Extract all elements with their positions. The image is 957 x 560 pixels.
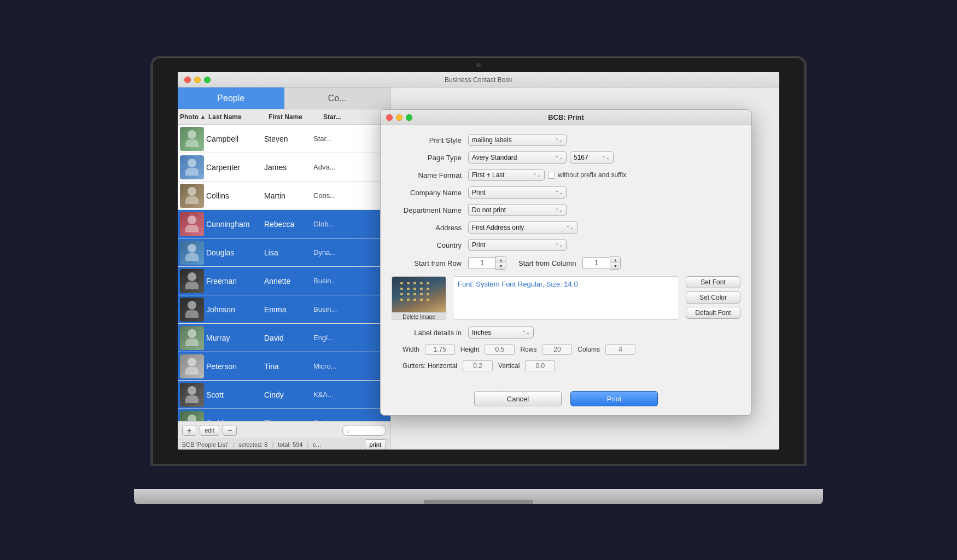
table-row[interactable]: Douglas Lisa Dyna...	[178, 238, 390, 267]
start-row-input[interactable]	[468, 257, 495, 269]
width-input[interactable]	[425, 344, 455, 355]
col-header-first-name[interactable]: First Name	[269, 113, 323, 121]
table-row[interactable]: Johnson Emma Busin...	[178, 295, 390, 324]
tab-people[interactable]: People	[178, 88, 284, 109]
company: Engi...	[313, 419, 388, 421]
width-label: Width	[402, 346, 419, 353]
set-color-button[interactable]: Set Color	[686, 291, 740, 304]
print-style-controls: mailing labels ⌃⌄	[468, 134, 740, 146]
columns-input[interactable]	[605, 344, 635, 355]
start-col-spinbox: ▲ ▼	[582, 256, 621, 270]
name-format-select[interactable]: First + Last ⌃⌄	[468, 169, 545, 181]
traffic-lights	[184, 77, 211, 83]
last-name: Campbell	[206, 135, 264, 143]
print-style-row: Print Style mailing labels ⌃⌄	[392, 134, 740, 146]
font-image-section: Delete Image Font: System Font Regular, …	[392, 276, 740, 320]
chevron-up-down-icon: ⌃⌄	[555, 138, 563, 143]
set-font-button[interactable]: Set Font	[686, 276, 740, 288]
prefix-suffix-checkbox[interactable]	[548, 172, 555, 179]
page-type-select[interactable]: Avery Standard ⌃⌄	[468, 151, 567, 164]
first-name: Cindy	[264, 390, 313, 399]
country-select[interactable]: Print ⌃⌄	[468, 239, 567, 251]
search-box[interactable]: ⌕	[342, 425, 386, 436]
first-name: Lisa	[264, 248, 313, 257]
first-name: Steven	[264, 135, 313, 143]
last-name: Johnson	[206, 305, 264, 314]
print-status-button[interactable]: print	[365, 439, 386, 450]
address-row: Address First Address only ⌃⌄	[392, 221, 740, 234]
label-image-box: Delete Image	[392, 276, 446, 320]
last-name: Murray	[206, 334, 264, 342]
dialog-minimize-button	[396, 114, 402, 121]
prefix-suffix-label: without prefix and suffix	[558, 171, 626, 179]
table-row[interactable]: Smith Thomas Engi...	[178, 409, 390, 421]
table-row[interactable]: Carpenter James Adva...	[178, 153, 390, 182]
dept-name-controls: Do not print ⌃⌄	[468, 204, 740, 216]
height-input[interactable]	[485, 344, 515, 355]
avatar	[180, 298, 204, 322]
table-row[interactable]: Peterson Tina Micro...	[178, 352, 390, 381]
status-bar: BCB 'People List' | selected: 8 | total:…	[178, 439, 390, 450]
print-button[interactable]: Print	[570, 391, 658, 406]
chevron-up-down-icon: ⌃⌄	[602, 155, 610, 160]
app-title-bar: Business Contact Book	[178, 72, 779, 88]
last-name: Carpenter	[206, 163, 264, 172]
table-row[interactable]: Campbell Steven Star...	[178, 125, 390, 153]
start-row-down[interactable]: ▼	[496, 263, 506, 269]
avatar	[180, 184, 204, 208]
delete-image-button[interactable]: Delete Image	[392, 312, 446, 320]
name-format-controls: First + Last ⌃⌄ without prefix and suffi…	[468, 169, 740, 181]
gutters-h-label: Gutters: Horizontal	[402, 362, 457, 370]
start-col-down[interactable]: ▼	[610, 263, 620, 269]
prefix-suffix-option[interactable]: without prefix and suffix	[548, 171, 626, 179]
col-header-last-name[interactable]: Last Name	[208, 113, 269, 121]
company-name-select[interactable]: Print ⌃⌄	[468, 186, 567, 199]
table-row[interactable]: Cunningham Rebecca Glob...	[178, 210, 390, 238]
page-number-select[interactable]: 5167 ⌃⌄	[570, 151, 614, 164]
start-row-up[interactable]: ▲	[496, 257, 506, 263]
print-style-select[interactable]: mailing labels ⌃⌄	[468, 134, 567, 146]
gutters-v-input[interactable]	[525, 360, 555, 371]
remove-contact-button[interactable]: −	[223, 425, 237, 436]
rows-input[interactable]	[542, 344, 572, 355]
tab-companies[interactable]: Co...	[284, 88, 391, 109]
company: K&A...	[313, 390, 388, 399]
page-type-controls: Avery Standard ⌃⌄ 5167 ⌃⌄	[468, 151, 740, 164]
chevron-up-down-icon: ⌃⌄	[522, 330, 530, 335]
company: Engi...	[313, 334, 388, 342]
start-col-up[interactable]: ▲	[610, 257, 620, 263]
col-header-company[interactable]: Star...	[323, 113, 388, 121]
col-header-photo[interactable]: Photo ▲	[180, 113, 208, 121]
default-font-button[interactable]: Default Font	[686, 307, 740, 319]
add-contact-button[interactable]: +	[182, 425, 196, 436]
avatar	[180, 269, 204, 293]
dialog-title-bar: BCB: Print	[381, 110, 751, 125]
table-row[interactable]: Freeman Annette Busin...	[178, 267, 390, 295]
edit-contact-button[interactable]: edit	[200, 425, 219, 436]
avatar	[180, 383, 204, 407]
dialog-close-button[interactable]	[386, 114, 393, 121]
cancel-button[interactable]: Cancel	[474, 391, 562, 406]
table-row[interactable]: Collins Martin Cons...	[178, 182, 390, 210]
table-row[interactable]: Murray David Engi...	[178, 324, 390, 352]
start-col-input[interactable]	[582, 257, 610, 269]
company: Star...	[313, 135, 388, 143]
columns-label: Colums	[577, 346, 600, 353]
address-select[interactable]: First Address only ⌃⌄	[468, 221, 577, 234]
avatar	[180, 212, 204, 236]
start-col-stepper: ▲ ▼	[610, 256, 621, 270]
page-type-row: Page Type Avery Standard ⌃⌄ 5167 ⌃⌄	[392, 151, 740, 164]
company: Busin...	[313, 277, 388, 285]
dept-name-select[interactable]: Do not print ⌃⌄	[468, 204, 567, 216]
company: Cons...	[313, 191, 388, 200]
country-row: Country Print ⌃⌄	[392, 239, 740, 251]
chevron-up-down-icon: ⌃⌄	[555, 243, 563, 248]
company: Glob...	[313, 220, 388, 228]
gutters-h-input[interactable]	[463, 360, 493, 371]
label-details-controls: Inches ⌃⌄	[468, 326, 740, 339]
table-row[interactable]: Scott Cindy K&A...	[178, 381, 390, 409]
avatar	[180, 155, 204, 179]
label-details-unit-select[interactable]: Inches ⌃⌄	[468, 326, 534, 339]
company: Dyna...	[313, 248, 388, 256]
screen-bezel: Business Contact Book People Co...	[150, 56, 807, 466]
